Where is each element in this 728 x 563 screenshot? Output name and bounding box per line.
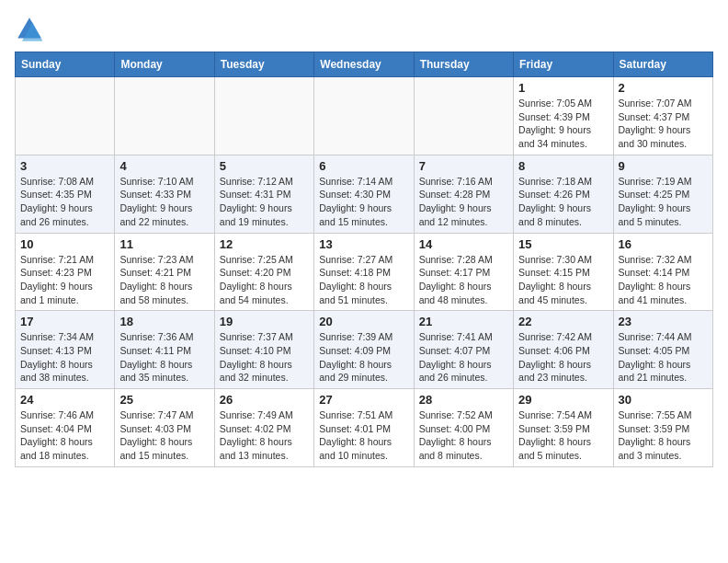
calendar-week-row: 17Sunrise: 7:34 AM Sunset: 4:13 PM Dayli… (16, 311, 713, 389)
day-number: 14 (419, 237, 508, 251)
logo-icon (15, 15, 44, 44)
calendar-cell: 9Sunrise: 7:19 AM Sunset: 4:25 PM Daylig… (613, 155, 712, 233)
day-info: Sunrise: 7:07 AM Sunset: 4:37 PM Dayligh… (619, 97, 708, 151)
day-info: Sunrise: 7:41 AM Sunset: 4:07 PM Dayligh… (419, 330, 508, 385)
calendar-cell: 24Sunrise: 7:46 AM Sunset: 4:04 PM Dayli… (16, 389, 115, 467)
calendar-cell: 28Sunrise: 7:52 AM Sunset: 4:00 PM Dayli… (414, 389, 513, 467)
day-info: Sunrise: 7:23 AM Sunset: 4:21 PM Dayligh… (119, 253, 209, 307)
calendar-cell (115, 77, 214, 155)
calendar: SundayMondayTuesdayWednesdayThursdayFrid… (15, 52, 713, 467)
day-number: 25 (119, 393, 209, 407)
day-number: 11 (119, 237, 209, 251)
day-info: Sunrise: 7:27 AM Sunset: 4:18 PM Dayligh… (319, 253, 408, 307)
calendar-cell: 7Sunrise: 7:16 AM Sunset: 4:28 PM Daylig… (414, 155, 513, 233)
day-info: Sunrise: 7:19 AM Sunset: 4:25 PM Dayligh… (619, 175, 708, 229)
day-info: Sunrise: 7:51 AM Sunset: 4:01 PM Dayligh… (319, 408, 408, 463)
day-info: Sunrise: 7:10 AM Sunset: 4:33 PM Dayligh… (119, 175, 209, 229)
calendar-cell: 22Sunrise: 7:42 AM Sunset: 4:06 PM Dayli… (514, 311, 613, 389)
calendar-cell: 14Sunrise: 7:28 AM Sunset: 4:17 PM Dayli… (414, 233, 513, 311)
day-info: Sunrise: 7:49 AM Sunset: 4:02 PM Dayligh… (220, 408, 309, 463)
calendar-cell: 13Sunrise: 7:27 AM Sunset: 4:18 PM Dayli… (314, 233, 414, 311)
day-number: 5 (220, 159, 309, 173)
weekday-header: Friday (514, 52, 613, 77)
weekday-header: Tuesday (214, 52, 313, 77)
weekday-header: Saturday (613, 52, 712, 77)
calendar-cell: 1Sunrise: 7:05 AM Sunset: 4:39 PM Daylig… (514, 77, 613, 155)
calendar-cell: 23Sunrise: 7:44 AM Sunset: 4:05 PM Dayli… (613, 311, 712, 389)
calendar-cell (16, 77, 115, 155)
day-number: 1 (518, 81, 608, 95)
day-info: Sunrise: 7:52 AM Sunset: 4:00 PM Dayligh… (419, 408, 508, 463)
calendar-cell: 6Sunrise: 7:14 AM Sunset: 4:30 PM Daylig… (314, 155, 414, 233)
day-info: Sunrise: 7:08 AM Sunset: 4:35 PM Dayligh… (20, 175, 109, 229)
day-info: Sunrise: 7:18 AM Sunset: 4:26 PM Dayligh… (518, 175, 608, 229)
day-info: Sunrise: 7:39 AM Sunset: 4:09 PM Dayligh… (319, 330, 408, 385)
calendar-cell: 15Sunrise: 7:30 AM Sunset: 4:15 PM Dayli… (514, 233, 613, 311)
calendar-cell: 25Sunrise: 7:47 AM Sunset: 4:03 PM Dayli… (115, 389, 214, 467)
calendar-week-row: 3Sunrise: 7:08 AM Sunset: 4:35 PM Daylig… (16, 155, 713, 233)
day-number: 27 (319, 393, 408, 407)
day-info: Sunrise: 7:16 AM Sunset: 4:28 PM Dayligh… (419, 175, 508, 229)
day-info: Sunrise: 7:25 AM Sunset: 4:20 PM Dayligh… (220, 253, 309, 307)
day-number: 29 (518, 393, 608, 407)
calendar-cell: 18Sunrise: 7:36 AM Sunset: 4:11 PM Dayli… (115, 311, 214, 389)
day-number: 30 (619, 393, 708, 407)
day-number: 9 (619, 159, 708, 173)
day-info: Sunrise: 7:30 AM Sunset: 4:15 PM Dayligh… (518, 253, 608, 307)
day-number: 21 (419, 315, 508, 328)
calendar-week-row: 24Sunrise: 7:46 AM Sunset: 4:04 PM Dayli… (16, 389, 713, 467)
day-number: 13 (319, 237, 408, 251)
calendar-header-row: SundayMondayTuesdayWednesdayThursdayFrid… (16, 52, 713, 77)
day-number: 20 (319, 315, 408, 328)
calendar-cell (414, 77, 513, 155)
weekday-header: Monday (115, 52, 214, 77)
day-number: 26 (220, 393, 309, 407)
calendar-cell: 8Sunrise: 7:18 AM Sunset: 4:26 PM Daylig… (514, 155, 613, 233)
calendar-cell: 2Sunrise: 7:07 AM Sunset: 4:37 PM Daylig… (613, 77, 712, 155)
day-number: 28 (419, 393, 508, 407)
calendar-cell: 5Sunrise: 7:12 AM Sunset: 4:31 PM Daylig… (214, 155, 313, 233)
day-number: 3 (20, 159, 109, 173)
calendar-cell: 17Sunrise: 7:34 AM Sunset: 4:13 PM Dayli… (16, 311, 115, 389)
calendar-cell: 4Sunrise: 7:10 AM Sunset: 4:33 PM Daylig… (115, 155, 214, 233)
calendar-week-row: 1Sunrise: 7:05 AM Sunset: 4:39 PM Daylig… (16, 77, 713, 155)
logo (15, 15, 48, 44)
day-number: 16 (619, 237, 708, 251)
day-info: Sunrise: 7:12 AM Sunset: 4:31 PM Dayligh… (220, 175, 309, 229)
calendar-cell: 19Sunrise: 7:37 AM Sunset: 4:10 PM Dayli… (214, 311, 313, 389)
day-info: Sunrise: 7:47 AM Sunset: 4:03 PM Dayligh… (119, 408, 209, 463)
day-info: Sunrise: 7:42 AM Sunset: 4:06 PM Dayligh… (518, 330, 608, 385)
day-number: 24 (20, 393, 109, 407)
calendar-cell: 30Sunrise: 7:55 AM Sunset: 3:59 PM Dayli… (613, 389, 712, 467)
day-info: Sunrise: 7:55 AM Sunset: 3:59 PM Dayligh… (619, 408, 708, 463)
day-info: Sunrise: 7:34 AM Sunset: 4:13 PM Dayligh… (20, 330, 109, 385)
calendar-cell: 16Sunrise: 7:32 AM Sunset: 4:14 PM Dayli… (613, 233, 712, 311)
day-number: 10 (20, 237, 109, 251)
day-number: 12 (220, 237, 309, 251)
weekday-header: Wednesday (314, 52, 414, 77)
day-info: Sunrise: 7:28 AM Sunset: 4:17 PM Dayligh… (419, 253, 508, 307)
weekday-header: Thursday (414, 52, 513, 77)
day-info: Sunrise: 7:14 AM Sunset: 4:30 PM Dayligh… (319, 175, 408, 229)
day-info: Sunrise: 7:44 AM Sunset: 4:05 PM Dayligh… (619, 330, 708, 385)
day-info: Sunrise: 7:54 AM Sunset: 3:59 PM Dayligh… (518, 408, 608, 463)
calendar-cell: 12Sunrise: 7:25 AM Sunset: 4:20 PM Dayli… (214, 233, 313, 311)
calendar-cell: 20Sunrise: 7:39 AM Sunset: 4:09 PM Dayli… (314, 311, 414, 389)
day-number: 2 (619, 81, 708, 95)
day-info: Sunrise: 7:05 AM Sunset: 4:39 PM Dayligh… (518, 97, 608, 151)
day-number: 7 (419, 159, 508, 173)
calendar-cell (214, 77, 313, 155)
day-number: 15 (518, 237, 608, 251)
weekday-header: Sunday (16, 52, 115, 77)
day-number: 19 (220, 315, 309, 328)
day-number: 23 (619, 315, 708, 328)
day-info: Sunrise: 7:21 AM Sunset: 4:23 PM Dayligh… (20, 253, 109, 307)
calendar-cell (314, 77, 414, 155)
day-number: 8 (518, 159, 608, 173)
day-number: 18 (119, 315, 209, 328)
calendar-cell: 11Sunrise: 7:23 AM Sunset: 4:21 PM Dayli… (115, 233, 214, 311)
day-info: Sunrise: 7:32 AM Sunset: 4:14 PM Dayligh… (619, 253, 708, 307)
day-number: 6 (319, 159, 408, 173)
day-number: 22 (518, 315, 608, 328)
calendar-cell: 27Sunrise: 7:51 AM Sunset: 4:01 PM Dayli… (314, 389, 414, 467)
